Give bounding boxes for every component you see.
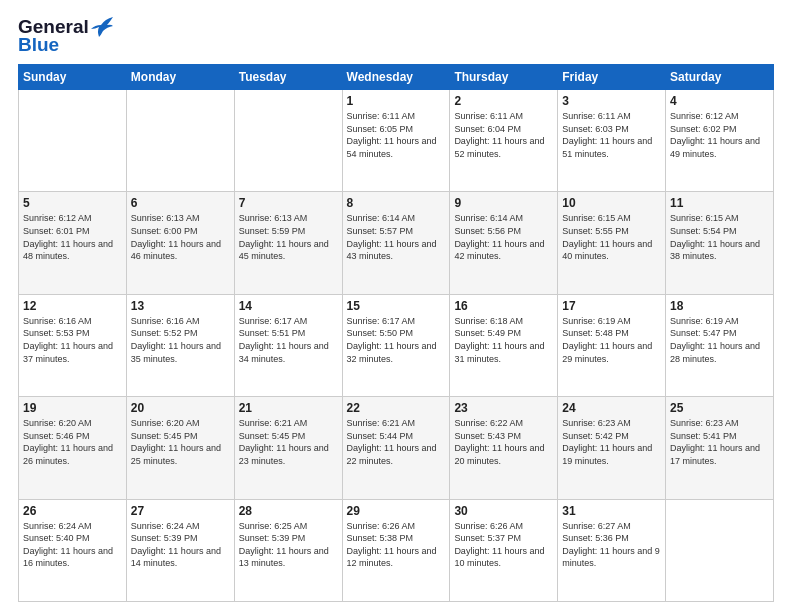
calendar-cell: 18Sunrise: 6:19 AM Sunset: 5:47 PM Dayli…: [666, 294, 774, 396]
weekday-header-saturday: Saturday: [666, 65, 774, 90]
day-info: Sunrise: 6:16 AM Sunset: 5:52 PM Dayligh…: [131, 315, 230, 365]
day-info: Sunrise: 6:16 AM Sunset: 5:53 PM Dayligh…: [23, 315, 122, 365]
calendar-table: SundayMondayTuesdayWednesdayThursdayFrid…: [18, 64, 774, 602]
calendar-cell: 2Sunrise: 6:11 AM Sunset: 6:04 PM Daylig…: [450, 90, 558, 192]
day-number: 31: [562, 504, 661, 518]
day-info: Sunrise: 6:17 AM Sunset: 5:50 PM Dayligh…: [347, 315, 446, 365]
calendar-cell: 28Sunrise: 6:25 AM Sunset: 5:39 PM Dayli…: [234, 499, 342, 601]
day-number: 10: [562, 196, 661, 210]
calendar-cell: 27Sunrise: 6:24 AM Sunset: 5:39 PM Dayli…: [126, 499, 234, 601]
day-number: 6: [131, 196, 230, 210]
calendar-cell: 16Sunrise: 6:18 AM Sunset: 5:49 PM Dayli…: [450, 294, 558, 396]
day-number: 20: [131, 401, 230, 415]
calendar-cell: 10Sunrise: 6:15 AM Sunset: 5:55 PM Dayli…: [558, 192, 666, 294]
day-number: 9: [454, 196, 553, 210]
day-number: 17: [562, 299, 661, 313]
day-number: 14: [239, 299, 338, 313]
day-number: 27: [131, 504, 230, 518]
calendar-cell: 26Sunrise: 6:24 AM Sunset: 5:40 PM Dayli…: [19, 499, 127, 601]
day-info: Sunrise: 6:15 AM Sunset: 5:54 PM Dayligh…: [670, 212, 769, 262]
calendar-cell: 8Sunrise: 6:14 AM Sunset: 5:57 PM Daylig…: [342, 192, 450, 294]
logo: General Blue: [18, 16, 113, 56]
calendar-cell: 9Sunrise: 6:14 AM Sunset: 5:56 PM Daylig…: [450, 192, 558, 294]
weekday-header-monday: Monday: [126, 65, 234, 90]
day-number: 4: [670, 94, 769, 108]
day-info: Sunrise: 6:12 AM Sunset: 6:01 PM Dayligh…: [23, 212, 122, 262]
calendar-cell: 12Sunrise: 6:16 AM Sunset: 5:53 PM Dayli…: [19, 294, 127, 396]
calendar-cell: 21Sunrise: 6:21 AM Sunset: 5:45 PM Dayli…: [234, 397, 342, 499]
day-info: Sunrise: 6:14 AM Sunset: 5:57 PM Dayligh…: [347, 212, 446, 262]
calendar-week-row: 1Sunrise: 6:11 AM Sunset: 6:05 PM Daylig…: [19, 90, 774, 192]
day-number: 30: [454, 504, 553, 518]
day-number: 7: [239, 196, 338, 210]
day-number: 13: [131, 299, 230, 313]
calendar-cell: 25Sunrise: 6:23 AM Sunset: 5:41 PM Dayli…: [666, 397, 774, 499]
calendar-cell: [126, 90, 234, 192]
day-number: 18: [670, 299, 769, 313]
calendar-cell: 1Sunrise: 6:11 AM Sunset: 6:05 PM Daylig…: [342, 90, 450, 192]
day-info: Sunrise: 6:15 AM Sunset: 5:55 PM Dayligh…: [562, 212, 661, 262]
day-info: Sunrise: 6:13 AM Sunset: 6:00 PM Dayligh…: [131, 212, 230, 262]
calendar-cell: [19, 90, 127, 192]
calendar-cell: [666, 499, 774, 601]
day-number: 19: [23, 401, 122, 415]
calendar-cell: 3Sunrise: 6:11 AM Sunset: 6:03 PM Daylig…: [558, 90, 666, 192]
calendar-cell: 20Sunrise: 6:20 AM Sunset: 5:45 PM Dayli…: [126, 397, 234, 499]
calendar-cell: 19Sunrise: 6:20 AM Sunset: 5:46 PM Dayli…: [19, 397, 127, 499]
calendar-cell: 13Sunrise: 6:16 AM Sunset: 5:52 PM Dayli…: [126, 294, 234, 396]
weekday-header-wednesday: Wednesday: [342, 65, 450, 90]
calendar-week-row: 19Sunrise: 6:20 AM Sunset: 5:46 PM Dayli…: [19, 397, 774, 499]
page: General Blue SundayMondayTuesdayWednesda…: [0, 0, 792, 612]
logo-bird-icon: [91, 17, 113, 37]
calendar-cell: 24Sunrise: 6:23 AM Sunset: 5:42 PM Dayli…: [558, 397, 666, 499]
weekday-header-sunday: Sunday: [19, 65, 127, 90]
calendar-cell: 6Sunrise: 6:13 AM Sunset: 6:00 PM Daylig…: [126, 192, 234, 294]
day-number: 28: [239, 504, 338, 518]
calendar-cell: 23Sunrise: 6:22 AM Sunset: 5:43 PM Dayli…: [450, 397, 558, 499]
day-number: 3: [562, 94, 661, 108]
day-info: Sunrise: 6:11 AM Sunset: 6:05 PM Dayligh…: [347, 110, 446, 160]
day-number: 25: [670, 401, 769, 415]
calendar-cell: 14Sunrise: 6:17 AM Sunset: 5:51 PM Dayli…: [234, 294, 342, 396]
day-info: Sunrise: 6:19 AM Sunset: 5:48 PM Dayligh…: [562, 315, 661, 365]
calendar-cell: [234, 90, 342, 192]
day-number: 8: [347, 196, 446, 210]
calendar-week-row: 26Sunrise: 6:24 AM Sunset: 5:40 PM Dayli…: [19, 499, 774, 601]
day-number: 29: [347, 504, 446, 518]
calendar-header-row: SundayMondayTuesdayWednesdayThursdayFrid…: [19, 65, 774, 90]
day-info: Sunrise: 6:11 AM Sunset: 6:04 PM Dayligh…: [454, 110, 553, 160]
day-number: 16: [454, 299, 553, 313]
day-info: Sunrise: 6:13 AM Sunset: 5:59 PM Dayligh…: [239, 212, 338, 262]
day-info: Sunrise: 6:14 AM Sunset: 5:56 PM Dayligh…: [454, 212, 553, 262]
calendar-cell: 4Sunrise: 6:12 AM Sunset: 6:02 PM Daylig…: [666, 90, 774, 192]
day-number: 11: [670, 196, 769, 210]
calendar-cell: 15Sunrise: 6:17 AM Sunset: 5:50 PM Dayli…: [342, 294, 450, 396]
day-number: 12: [23, 299, 122, 313]
day-info: Sunrise: 6:21 AM Sunset: 5:45 PM Dayligh…: [239, 417, 338, 467]
day-info: Sunrise: 6:21 AM Sunset: 5:44 PM Dayligh…: [347, 417, 446, 467]
day-number: 21: [239, 401, 338, 415]
day-info: Sunrise: 6:24 AM Sunset: 5:40 PM Dayligh…: [23, 520, 122, 570]
day-number: 26: [23, 504, 122, 518]
logo-blue: Blue: [18, 34, 59, 56]
day-info: Sunrise: 6:23 AM Sunset: 5:42 PM Dayligh…: [562, 417, 661, 467]
day-info: Sunrise: 6:25 AM Sunset: 5:39 PM Dayligh…: [239, 520, 338, 570]
weekday-header-tuesday: Tuesday: [234, 65, 342, 90]
day-info: Sunrise: 6:20 AM Sunset: 5:45 PM Dayligh…: [131, 417, 230, 467]
day-info: Sunrise: 6:18 AM Sunset: 5:49 PM Dayligh…: [454, 315, 553, 365]
day-number: 15: [347, 299, 446, 313]
header: General Blue: [18, 16, 774, 56]
day-number: 22: [347, 401, 446, 415]
day-info: Sunrise: 6:27 AM Sunset: 5:36 PM Dayligh…: [562, 520, 661, 570]
day-number: 2: [454, 94, 553, 108]
calendar-week-row: 12Sunrise: 6:16 AM Sunset: 5:53 PM Dayli…: [19, 294, 774, 396]
weekday-header-friday: Friday: [558, 65, 666, 90]
calendar-cell: 31Sunrise: 6:27 AM Sunset: 5:36 PM Dayli…: [558, 499, 666, 601]
day-info: Sunrise: 6:12 AM Sunset: 6:02 PM Dayligh…: [670, 110, 769, 160]
day-info: Sunrise: 6:20 AM Sunset: 5:46 PM Dayligh…: [23, 417, 122, 467]
day-info: Sunrise: 6:24 AM Sunset: 5:39 PM Dayligh…: [131, 520, 230, 570]
day-info: Sunrise: 6:22 AM Sunset: 5:43 PM Dayligh…: [454, 417, 553, 467]
calendar-cell: 22Sunrise: 6:21 AM Sunset: 5:44 PM Dayli…: [342, 397, 450, 499]
day-info: Sunrise: 6:26 AM Sunset: 5:37 PM Dayligh…: [454, 520, 553, 570]
calendar-week-row: 5Sunrise: 6:12 AM Sunset: 6:01 PM Daylig…: [19, 192, 774, 294]
